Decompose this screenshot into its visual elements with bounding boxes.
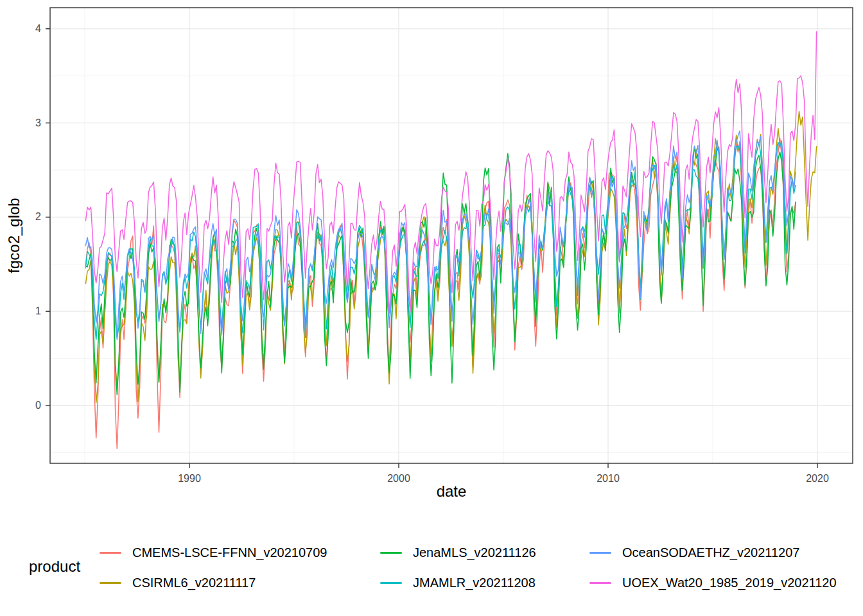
- legend-item: CSIRML6_v20211117: [100, 568, 376, 598]
- y-tick-label: 0: [15, 398, 41, 413]
- legend-key-line-icon: [100, 552, 121, 554]
- legend-key-line-icon: [380, 582, 402, 584]
- legend-key-line-icon: [589, 582, 611, 584]
- legend-item: UOEX_Wat20_1985_2019_v2021120: [589, 568, 863, 598]
- legend-item-label: OceanSODAETHZ_v20211207: [622, 545, 799, 560]
- x-tick-label: 1990: [169, 472, 210, 485]
- legend-title: product: [29, 557, 80, 576]
- y-tick-label: 1: [15, 304, 41, 318]
- legend-item: CMEMS-LSCE-FFNN_v20210709: [100, 538, 376, 568]
- legend-key-line-icon: [589, 552, 611, 554]
- legend-item-label: CSIRML6_v20211117: [132, 576, 256, 590]
- legend-item: JenaMLS_v20211126: [380, 538, 586, 568]
- x-tick-label: 2010: [588, 472, 629, 485]
- legend-item-label: UOEX_Wat20_1985_2019_v2021120: [622, 576, 837, 590]
- legend-item-label: CMEMS-LSCE-FFNN_v20210709: [132, 545, 327, 560]
- legend-key-line-icon: [380, 552, 402, 554]
- y-tick-label: 4: [15, 22, 41, 36]
- x-tick-label: 2020: [797, 472, 838, 485]
- y-axis-title: fgco2_glob: [5, 198, 23, 273]
- legend-column-3: OceanSODAETHZ_v20211207 UOEX_Wat20_1985_…: [589, 538, 863, 598]
- legend-item: JMAMLR_v20211208: [380, 568, 586, 598]
- legend-item-label: JenaMLS_v20211126: [413, 545, 536, 560]
- legend-column-2: JenaMLS_v20211126 JMAMLR_v20211208: [380, 538, 586, 598]
- plot-area: [0, 0, 863, 513]
- y-tick-label: 3: [15, 116, 41, 130]
- legend-item: OceanSODAETHZ_v20211207: [589, 538, 863, 568]
- legend-key-line-icon: [100, 582, 121, 584]
- x-axis-title: date: [355, 483, 548, 501]
- legend-column-1: CMEMS-LSCE-FFNN_v20210709 CSIRML6_v20211…: [100, 538, 376, 598]
- figure: 01234 1990200020102020 date fgco2_glob p…: [0, 0, 863, 616]
- legend: product CMEMS-LSCE-FFNN_v20210709 CSIRML…: [0, 538, 863, 602]
- legend-item-label: JMAMLR_v20211208: [413, 576, 536, 590]
